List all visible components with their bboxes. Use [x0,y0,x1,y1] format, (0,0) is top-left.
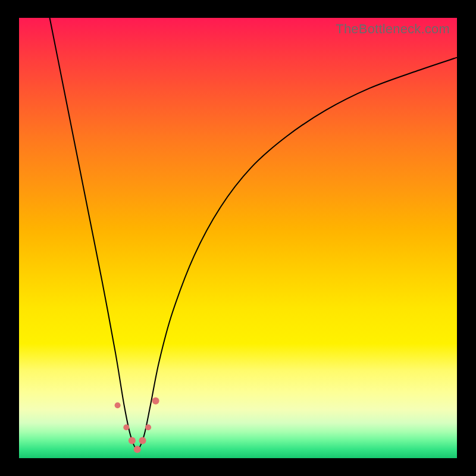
marker-dot [134,446,141,453]
marker-dot [145,424,151,430]
chart-svg [19,18,457,458]
bottleneck-curve [50,18,457,449]
marker-dot [123,424,129,430]
marker-dot [152,397,159,405]
marker-dot [115,402,121,408]
marker-dot [129,437,136,444]
plot-frame: TheBottleneck.com [19,18,457,458]
marker-dots [115,397,159,453]
marker-dot [139,437,146,444]
